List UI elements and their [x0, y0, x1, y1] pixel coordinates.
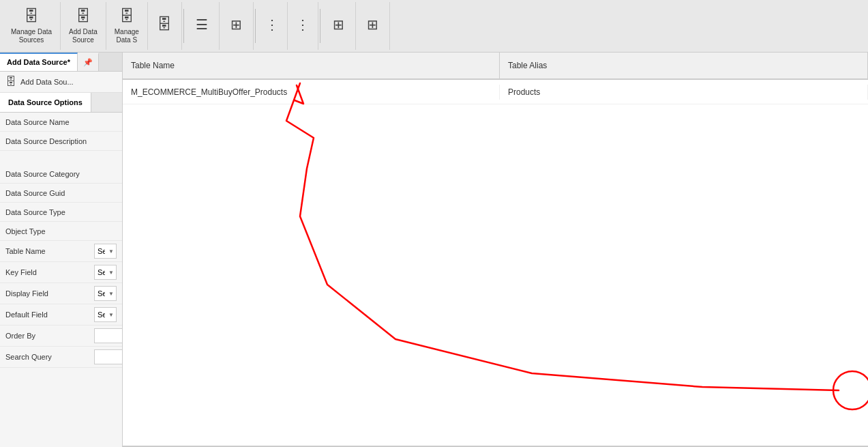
database-icon: 🗄: [5, 76, 16, 88]
prop-label-data-source-name: Data Source Name: [5, 118, 94, 126]
toolbar: 🗄 Manage Data Sources 🗄 Add Data Source …: [0, 0, 868, 53]
main-layout: Add Data Source* 📌 🗄 Add Data Sou... Dat…: [0, 53, 868, 447]
key-field-select[interactable]: Select the Key Field: [94, 265, 117, 280]
add-data-source-label: Add Data Source: [69, 28, 98, 44]
tool6-button[interactable]: ⊞: [220, 2, 254, 50]
tool5-button[interactable]: ☰: [185, 2, 220, 50]
table-alias-col-header: Table Alias: [500, 53, 868, 78]
display-field-select-wrapper[interactable]: Select the Display Field: [94, 286, 117, 301]
default-field-select-wrapper[interactable]: Select the Default Field: [94, 307, 117, 322]
table-name-select-wrapper[interactable]: Select a table: [94, 244, 117, 259]
sidebar-tab-pin[interactable]: 📌: [78, 53, 99, 71]
prop-label-data-source-type: Data Source Type: [5, 208, 94, 216]
annotation-drawing: [123, 80, 868, 446]
prop-label-search-query: Search Query: [5, 353, 94, 361]
prop-row-data-source-name: Data Source Name: [0, 113, 122, 132]
props-tab-data-source-options[interactable]: Data Source Options: [0, 93, 91, 112]
tool8-icon: ⋮: [296, 16, 310, 33]
toolbar-separator-1: [183, 9, 184, 43]
props-panel: Data Source Options Data Source Name Dat…: [0, 93, 122, 447]
add-data-source-button[interactable]: 🗄 Add Data Source: [61, 2, 106, 50]
table-cell-name: M_ECOMMERCE_MultiBuyOffer_Products: [123, 85, 500, 100]
table-header: Table Name Table Alias: [123, 53, 868, 80]
key-field-select-wrapper[interactable]: Select the Key Field: [94, 265, 117, 280]
prop-label-order-by: Order By: [5, 332, 94, 340]
prop-label-data-source-description: Data Source Description: [5, 137, 94, 145]
manage-data-s-button[interactable]: 🗄 Manage Data S: [106, 2, 148, 50]
manage-data-sources-button[interactable]: 🗄 Manage Data Sources: [3, 2, 61, 50]
sidebar-tab-bar: Add Data Source* 📌: [0, 53, 122, 72]
add-data-source-icon: 🗄: [76, 8, 91, 25]
order-by-input[interactable]: [94, 328, 122, 343]
tool10-icon: ⊞: [367, 16, 378, 33]
prop-label-data-source-guid: Data Source Guid: [5, 189, 94, 197]
content-area: Table Name Table Alias M_ECOMMERCE_Multi…: [123, 53, 868, 447]
table-row[interactable]: M_ECOMMERCE_MultiBuyOffer_Products Produ…: [123, 80, 868, 104]
prop-row-data-source-guid: Data Source Guid: [0, 184, 122, 203]
sidebar-tab-add-data-source-label: Add Data Source*: [7, 58, 70, 66]
table-body: M_ECOMMERCE_MultiBuyOffer_Products Produ…: [123, 80, 868, 446]
display-field-select[interactable]: Select the Display Field: [94, 286, 117, 301]
tool9-icon: ⊞: [333, 16, 344, 33]
tool4-button[interactable]: 🗄: [148, 2, 182, 50]
prop-row-key-field: Key Field Select the Key Field: [0, 262, 122, 283]
prop-row-table-name: Table Name Select a table: [0, 241, 122, 262]
manage-data-sources-icon: 🗄: [24, 8, 39, 25]
tool10-button[interactable]: ⊞: [356, 2, 390, 50]
default-field-select[interactable]: Select the Default Field: [94, 307, 117, 322]
tool7-button[interactable]: ⋮: [257, 2, 288, 50]
sidebar-node-label: Add Data Sou...: [20, 78, 74, 86]
prop-row-display-field: Display Field Select the Display Field: [0, 283, 122, 304]
tool9-button[interactable]: ⊞: [322, 2, 356, 50]
tool4-icon: 🗄: [157, 16, 172, 33]
toolbar-separator-2: [255, 9, 256, 43]
prop-label-default-field: Default Field: [5, 311, 94, 319]
prop-label-key-field: Key Field: [5, 268, 94, 276]
prop-row-data-source-description: Data Source Description: [0, 132, 122, 151]
search-query-input[interactable]: [94, 349, 122, 364]
manage-data-sources-label: Manage Data Sources: [11, 28, 52, 44]
prop-label-data-source-category: Data Source Category: [5, 170, 94, 178]
manage-data-s-icon: 🗄: [119, 8, 134, 25]
table-name-select[interactable]: Select a table: [94, 244, 117, 259]
prop-label-display-field: Display Field: [5, 289, 94, 298]
table-alias-col-header-label: Table Alias: [508, 61, 547, 70]
tool5-icon: ☰: [196, 16, 208, 33]
prop-row-data-source-category: Data Source Category: [0, 164, 122, 184]
props-tab-data-source-options-label: Data Source Options: [8, 98, 83, 106]
tool7-icon: ⋮: [265, 16, 279, 33]
toolbar-separator-3: [320, 9, 320, 43]
sidebar-node-add-data-source[interactable]: 🗄 Add Data Sou...: [0, 72, 122, 93]
prop-row-default-field: Default Field Select the Default Field: [0, 304, 122, 326]
table-name-col-header: Table Name: [123, 53, 500, 78]
pin-icon: 📌: [83, 58, 93, 66]
prop-row-object-type: Object Type: [0, 222, 122, 241]
manage-data-s-label: Manage Data S: [115, 28, 139, 44]
svg-point-0: [833, 371, 868, 409]
prop-label-table-name: Table Name: [5, 247, 94, 255]
table-cell-alias: Products: [500, 85, 868, 100]
prop-row-data-source-type: Data Source Type: [0, 203, 122, 222]
table-name-col-header-label: Table Name: [131, 61, 175, 70]
sidebar: Add Data Source* 📌 🗄 Add Data Sou... Dat…: [0, 53, 123, 447]
prop-row-search-query: Search Query …: [0, 347, 122, 368]
sidebar-tab-add-data-source[interactable]: Add Data Source*: [0, 53, 78, 71]
tool8-button[interactable]: ⋮: [288, 2, 318, 50]
prop-row-order-by: Order By …: [0, 326, 122, 347]
props-tabs: Data Source Options: [0, 93, 122, 113]
tool6-icon: ⊞: [230, 16, 242, 33]
prop-label-object-type: Object Type: [5, 227, 94, 235]
